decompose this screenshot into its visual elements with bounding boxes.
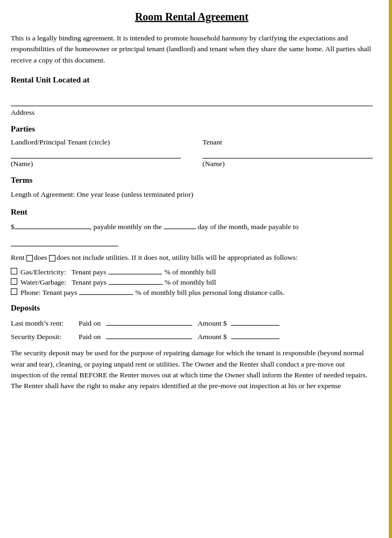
- utility-phone: Phone: Tenant pays % of monthly bill plu…: [11, 288, 373, 297]
- last-months-rent-row: Last month’s rent: Paid on Amount $: [11, 317, 373, 330]
- rent-heading: Rent: [11, 208, 373, 217]
- address-label: Address: [11, 108, 373, 117]
- phone-checkbox[interactable]: [11, 288, 17, 295]
- does-checkbox[interactable]: [26, 255, 33, 261]
- page-container: Room Rental Agreement This is a legally …: [0, 0, 392, 538]
- tenant-name-field[interactable]: [202, 149, 373, 158]
- intro-paragraph: This is a legally binding agreement. It …: [11, 33, 373, 66]
- name-lines-row: [11, 149, 373, 158]
- last-months-label: Last month’s rent:: [11, 318, 75, 330]
- security-deposit-label: Security Deposit:: [11, 331, 75, 343]
- gas-percent-field[interactable]: [108, 274, 162, 274]
- rent-day-field[interactable]: [164, 229, 196, 229]
- landlord-label: Landlord/Principal Tenant (circle): [11, 138, 181, 147]
- security-amount-field[interactable]: [231, 330, 279, 339]
- security-deposit-row: Security Deposit: Paid on Amount $: [11, 330, 373, 343]
- rental-unit-heading: Rental Unit Located at: [11, 75, 373, 85]
- amount-label1: Amount $: [198, 318, 227, 330]
- utilities-text: Rent does does not include utilities. If…: [11, 252, 373, 264]
- terms-heading: Terms: [11, 176, 373, 185]
- paid-on-label2: Paid on: [79, 331, 101, 343]
- security-deposit-text: The security deposit may be used for the…: [11, 348, 373, 391]
- rent-amount-field[interactable]: [15, 229, 90, 229]
- utility-gas: Gas/Electricity: Tenant pays % of monthl…: [11, 268, 373, 277]
- parties-heading: Parties: [11, 125, 373, 134]
- address-line-field[interactable]: [11, 95, 373, 106]
- paid-on-label1: Paid on: [79, 318, 101, 330]
- gas-checkbox[interactable]: [11, 268, 17, 274]
- amount-label2: Amount $: [198, 331, 227, 343]
- document-title: Room Rental Agreement: [11, 11, 373, 23]
- deposits-heading: Deposits: [11, 304, 373, 313]
- rent-line1: $, payable monthly on the day of the mon…: [11, 221, 373, 233]
- security-paid-on-field[interactable]: [106, 330, 192, 339]
- tenant-name-label: (Name): [202, 160, 373, 168]
- utility-water: Water/Garbage: Tenant pays % of monthly …: [11, 278, 373, 287]
- terms-length-text: Length of Agreement: One year lease (unl…: [11, 189, 373, 200]
- water-checkbox[interactable]: [11, 278, 17, 285]
- last-months-paid-on-field[interactable]: [106, 317, 192, 326]
- water-percent-field[interactable]: [109, 284, 163, 285]
- last-months-amount-field[interactable]: [231, 317, 279, 326]
- name-labels-row: (Name) (Name): [11, 160, 373, 168]
- phone-percent-field[interactable]: [79, 294, 133, 295]
- does-not-checkbox[interactable]: [49, 255, 55, 261]
- dollar-sign: $: [11, 223, 15, 231]
- landlord-name-field[interactable]: [11, 149, 181, 158]
- tenant-label: Tenant: [202, 138, 373, 147]
- landlord-name-label: (Name): [11, 160, 181, 168]
- parties-labels-row: Landlord/Principal Tenant (circle) Tenan…: [11, 138, 373, 147]
- rent-payable-field[interactable]: [11, 237, 118, 246]
